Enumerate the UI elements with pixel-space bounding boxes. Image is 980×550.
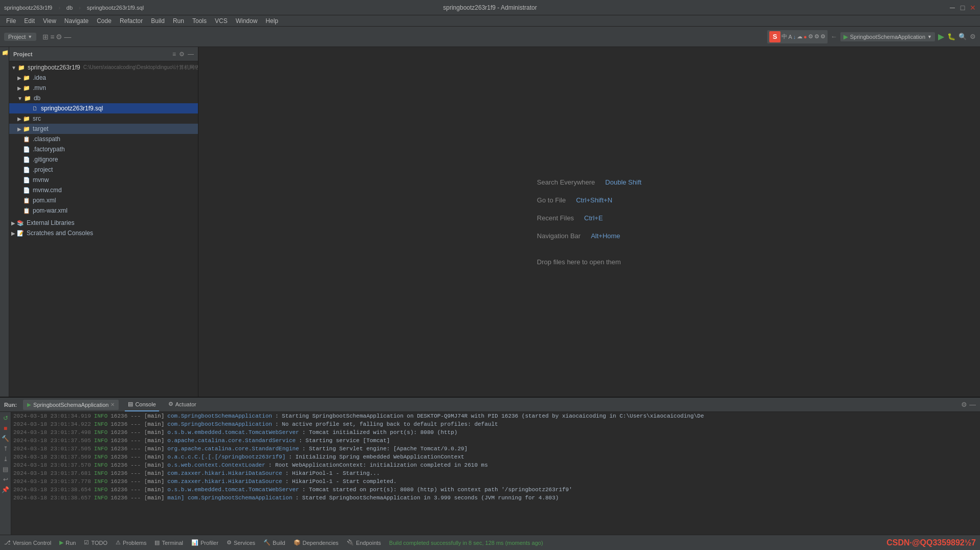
tree-item-root[interactable]: ▼ 📁 springbootz263r1f9 C:\Users\xiaocalc… [9,62,198,73]
status-endpoints[interactable]: 🔌 Endpoints [347,539,381,546]
menu-vcs[interactable]: VCS [211,16,232,26]
log-main-4: main] [147,438,164,444]
sidebar-settings[interactable]: ⚙ [179,51,185,58]
tree-item-mvnw[interactable]: ▶ 📄 mvnw [9,175,198,185]
toolbar-icon-3[interactable]: ⚙ [56,33,62,41]
status-run[interactable]: ▶ Run [59,539,76,546]
log-level-7: INFO [94,462,107,468]
sidebar-collapse-all[interactable]: ≡ [172,51,176,58]
rerun-icon[interactable]: ↺ [2,414,10,422]
log-class-11: main] com.SpringbootSchemaApplication [167,495,292,501]
tree-item-src[interactable]: ▶ 📁 src [9,113,198,124]
tree-item-factorypath[interactable]: ▶ 📄 .factorypath [9,144,198,154]
toolbar-icon-4[interactable]: — [64,33,71,41]
tree-item-pomwarxml[interactable]: ▶ 📋 pom-war.xml [9,205,198,216]
tree-item-sql[interactable]: ▶ 🗋 springbootz263r1f9.sql [9,103,198,113]
root-folder-icon: 📁 [17,63,26,72]
tree-item-scratches[interactable]: ▶ 📝 Scratches and Consoles [9,228,198,238]
tree-item-db[interactable]: ▼ 📁 db [9,93,198,103]
status-problems[interactable]: ⚠ Problems [116,539,146,546]
tab-actuator[interactable]: ⚙ Actuator [165,398,199,411]
status-todo[interactable]: ☑ TODO [84,539,107,546]
tree-item-idea[interactable]: ▶ 📁 .idea [9,73,198,83]
maximize-button[interactable]: □ [960,5,966,11]
panel-settings-icon[interactable]: ⚙ [961,401,967,408]
log-line-9: 2024-03-18 23:01:37.778 INFO 16236 --- [… [11,478,980,487]
log-line-4: 2024-03-18 23:01:37.505 INFO 16236 --- [… [11,438,980,446]
filter-icon[interactable]: ▤ [2,465,10,473]
panel-minimize-icon[interactable]: — [969,401,976,408]
menu-file[interactable]: File [2,16,20,26]
menu-refactor[interactable]: Refactor [116,16,147,26]
toolbar-back-btn[interactable]: ← [831,33,837,40]
tab-console[interactable]: ▤ Console [125,398,159,411]
toolbar-actions: ⊞ ≡ ⚙ — [42,33,71,41]
hint-drop-row: Drop files here to open them [537,258,621,266]
log-pid-1: 16236 [110,413,127,419]
log-level-2: INFO [94,421,107,427]
debug-button[interactable]: 🐛 [947,33,955,40]
tree-item-target[interactable]: ▶ 📁 target [9,124,198,134]
log-ts-4: 2024-03-18 23:01:37.505 [13,438,91,444]
toolbar-settings[interactable]: ⚙ [970,33,976,40]
status-version-control[interactable]: ⎇ Version Control [4,539,51,546]
log-msg-8: : HikariPool-1 - Starting... [285,470,380,476]
toolbar-icon-2[interactable]: ≡ [50,33,54,41]
pin-icon[interactable]: 📌 [2,486,10,494]
panel-content: ↺ ■ 🔨 ⤒ ⤓ ▤ ↩ 📌 2024-03-18 23:01:34.919 … [0,412,980,535]
tree-item-project[interactable]: ▶ 📄 .project [9,165,198,175]
titlebar-controls[interactable]: ─ □ ✕ [949,5,976,11]
project-dropdown[interactable]: Project ▼ [4,33,36,41]
status-terminal[interactable]: ▤ Terminal [154,539,183,546]
log-ts-1: 2024-03-18 23:01:34.919 [13,413,91,419]
menu-navigate[interactable]: Navigate [60,16,93,26]
toolbar-icon-f: ⚙ [814,33,819,40]
mvnw-icon: 📄 [23,176,31,184]
stop-icon[interactable]: ■ [2,424,10,432]
titlebar-file: springbootz263r1f9.sql [87,5,144,11]
todo-icon: ☑ [84,539,89,546]
menu-edit[interactable]: Edit [20,16,39,26]
toolbar-icon-1[interactable]: ⊞ [42,33,49,41]
app-selector[interactable]: ▶ SpringbootSchemaApplication ▼ [840,32,935,41]
status-services[interactable]: ⚙ Services [227,539,255,546]
tree-item-extlibs[interactable]: ▶ 📚 External Libraries [9,218,198,228]
menu-view[interactable]: View [39,16,60,26]
app-run-tab[interactable]: ▶ SpringbootSchemaApplication ✕ [23,400,119,410]
tree-item-classpath[interactable]: ▶ 📋 .classpath [9,134,198,144]
scroll-end-icon[interactable]: ⤓ [2,455,10,463]
minimize-button[interactable]: ─ [949,5,955,11]
status-profiler[interactable]: 📊 Profiler [191,539,218,546]
status-dependencies[interactable]: 📦 Dependencies [294,539,339,546]
tree-item-mvn[interactable]: ▶ 📁 .mvn [9,83,198,93]
close-button[interactable]: ✕ [970,5,976,11]
tree-item-mvnwcmd[interactable]: ▶ 📄 mvnw.cmd [9,185,198,195]
scratches-icon: 📝 [16,229,25,237]
menu-tools[interactable]: Tools [188,16,211,26]
mvnwcmd-icon: 📄 [23,186,31,194]
log-pid-11: 16236 [110,495,127,501]
log-main-6: main] [147,454,164,460]
tree-item-pomxml[interactable]: ▶ 📋 pom.xml [9,195,198,205]
menu-run[interactable]: Run [169,16,188,26]
sidebar-close[interactable]: — [188,51,194,58]
hint-nav-shortcut: Alt+Home [591,232,620,240]
log-ts-9: 2024-03-18 23:01:37.778 [13,478,91,485]
left-icon-project[interactable]: 📁 [1,50,8,57]
app-tab-close[interactable]: ✕ [110,402,115,407]
status-build[interactable]: 🔨 Build [263,539,285,546]
build-icon[interactable]: 🔨 [2,434,10,443]
build-status-label: Build [273,540,285,546]
run-button[interactable]: ▶ [938,32,944,41]
toolbar-search[interactable]: 🔍 [959,33,967,40]
menu-code[interactable]: Code [93,16,116,26]
toolbar-icon-chinese: 中 [782,33,787,40]
console-content[interactable]: 2024-03-18 23:01:34.919 INFO 16236 --- [… [11,412,980,535]
log-level-8: INFO [94,470,107,476]
menu-window[interactable]: Window [232,16,262,26]
menu-build[interactable]: Build [147,16,169,26]
scroll-top-icon[interactable]: ⤒ [2,445,10,453]
menu-help[interactable]: Help [261,16,282,26]
wrap-icon[interactable]: ↩ [2,475,10,484]
tree-item-gitignore[interactable]: ▶ 📄 .gitignore [9,154,198,165]
